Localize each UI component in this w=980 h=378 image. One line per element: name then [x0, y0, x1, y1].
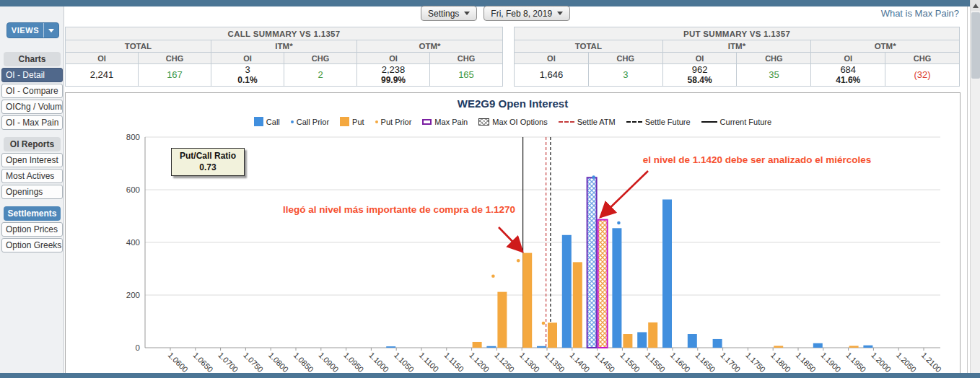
sidebar-item-oi-max-pain[interactable]: OI - Max Pain [1, 115, 63, 130]
call-summary-title: CALL SUMMARY VS 1.1357 [66, 27, 503, 40]
svg-text:0: 0 [136, 343, 140, 352]
svg-text:1.1650: 1.1650 [694, 351, 717, 372]
legend-item-max-pain: Max Pain [422, 118, 468, 126]
svg-text:1.1800: 1.1800 [769, 351, 792, 372]
svg-text:1.1850: 1.1850 [795, 351, 818, 372]
put-summary-pct-2: 58.4% [663, 76, 737, 86]
sidebar-sections: ChartsOI - DetailOI - CompareOIChg / Vol… [0, 45, 64, 254]
legend-swatch-settle-atm-icon [559, 121, 574, 123]
sidebar-item-most-actives[interactable]: Most Actives [1, 169, 63, 183]
call-bar-1.1650 [688, 334, 697, 348]
call-summary-value-0: 2,241 [90, 69, 114, 80]
vertical-scrollbar[interactable] [970, 0, 980, 378]
legend-label: Call [266, 118, 280, 126]
sidebar-item-oichg-volume[interactable]: OIChg / Volume [1, 100, 63, 114]
call-summary-col-3: CHG [284, 53, 357, 64]
legend-label: Put [352, 118, 364, 126]
svg-text:1.0700: 1.0700 [216, 351, 240, 372]
oi-chart-plot[interactable]: 02004006008001.06001.06501.07001.07501.0… [66, 93, 960, 372]
svg-text:1.1250: 1.1250 [493, 351, 516, 372]
call-bar-1.1500 [612, 228, 621, 348]
content-right-edge [967, 6, 968, 373]
sidebar-item-openings[interactable]: Openings [1, 185, 63, 199]
put-bar-1.1450 [598, 220, 608, 348]
sidebar-item-option-prices[interactable]: Option Prices [1, 222, 63, 237]
svg-text:1.0800: 1.0800 [267, 351, 290, 372]
legend-item-settle-atm: Settle ATM [559, 118, 616, 126]
call-bar-1.1450 [587, 177, 597, 348]
put-summary-group-total: TOTAL [515, 40, 663, 53]
legend-item-put-prior: Put Prior [375, 118, 412, 126]
svg-text:1.1100: 1.1100 [418, 351, 441, 372]
svg-text:1.0950: 1.0950 [342, 351, 365, 372]
svg-text:1.1150: 1.1150 [442, 351, 465, 372]
legend-label: Current Future [720, 118, 772, 126]
call-summary-pct-4: 99.9% [357, 76, 429, 86]
svg-text:1.1350: 1.1350 [543, 351, 566, 372]
call-bar-1.1700 [713, 339, 722, 348]
put-summary-col-5: CHG [885, 53, 960, 64]
put-summary-group-otm: OTM* [811, 40, 960, 53]
svg-text:1.1200: 1.1200 [468, 351, 491, 372]
put-bar-1.1250 [497, 292, 507, 348]
legend-item-call: Call [254, 117, 280, 126]
put-summary-cell-2: 96258.4% [662, 64, 737, 87]
put-bar-1.1550 [648, 322, 657, 348]
legend-item-call-prior: Call Prior [291, 118, 329, 126]
svg-text:400: 400 [126, 238, 140, 247]
call-summary-table: CALL SUMMARY VS 1.1357TOTALITM*OTM*OICHG… [65, 27, 503, 87]
sidebar-item-oi-detail[interactable]: OI - Detail [1, 68, 63, 82]
put-call-ratio-value: 0.73 [180, 162, 236, 174]
annotation-text-1: el nivel de 1.1420 debe ser analizado el… [643, 154, 872, 165]
settings-dropdown[interactable]: Settings [421, 6, 477, 21]
bottom-bar [0, 373, 980, 378]
call-summary-cell-1: 167 [139, 64, 211, 87]
put-summary-table: PUT SUMMARY VS 1.1357TOTALITM*OTM*OICHGO… [514, 27, 960, 87]
legend-item-max-oi-options: Max OI Options [478, 118, 547, 126]
max-pain-help-link[interactable]: What is Max Pain? [881, 8, 959, 19]
put-bar-1.1800 [774, 346, 783, 348]
sidebar-item-oi-compare[interactable]: OI - Compare [1, 84, 63, 98]
sidebar-section-header-settlements[interactable]: Settlements [4, 206, 61, 221]
legend-label: Put Prior [381, 118, 412, 126]
app-root: Settings Fri, Feb 8, 2019 What is Max Pa… [0, 0, 980, 378]
put-bar-1.1200 [473, 342, 482, 348]
svg-text:1.1500: 1.1500 [618, 351, 642, 372]
call-summary-value-1: 167 [167, 69, 183, 80]
svg-text:1.1050: 1.1050 [393, 351, 416, 372]
put-summary-col-4: OI [811, 53, 885, 64]
sidebar-item-open-interest[interactable]: Open Interest [1, 153, 63, 167]
svg-text:1.0750: 1.0750 [242, 351, 265, 372]
call-bar-1.1250 [486, 346, 496, 348]
date-dropdown[interactable]: Fri, Feb 8, 2019 [484, 6, 570, 21]
views-dropdown-arrow[interactable] [43, 23, 58, 38]
put-summary-col-3: CHG [737, 53, 811, 64]
call-summary-col-1: CHG [139, 53, 211, 64]
put-bar-1.1500 [623, 334, 632, 348]
put-summary-value-5: (32) [914, 69, 931, 80]
call-summary-group-otm: OTM* [357, 40, 503, 53]
chevron-down-icon [48, 29, 54, 32]
svg-text:1.1900: 1.1900 [819, 351, 842, 372]
put-prior-dot-1.1250 [491, 274, 495, 278]
svg-text:1.1750: 1.1750 [744, 351, 767, 372]
scrollbar-up-button[interactable] [971, 0, 980, 11]
views-button[interactable]: VIEWS [6, 22, 59, 38]
put-summary-cell-5: (32) [885, 64, 960, 87]
settings-dropdown-label: Settings [428, 9, 459, 19]
annotation-text-0: llegó al nivel más importante de compra … [283, 204, 515, 215]
call-summary-cell-5: 165 [430, 64, 503, 87]
sidebar-item-option-greeks[interactable]: Option Greeks [1, 238, 63, 252]
svg-text:1.2050: 1.2050 [895, 351, 918, 372]
scrollbar-thumb[interactable] [971, 12, 980, 79]
annotation-arrow-0 [499, 227, 522, 252]
call-prior-dot-1.1450 [592, 175, 595, 179]
call-summary-cell-0: 2,241 [66, 64, 139, 87]
put-call-ratio-box: Put/Call Ratio 0.73 [171, 148, 245, 176]
sidebar: VIEWS ChartsOI - DetailOI - CompareOIChg… [0, 6, 64, 373]
legend-label: Settle Future [645, 118, 691, 126]
legend-item-current-future: Current Future [701, 118, 772, 126]
put-prior-dot-1.1350 [542, 322, 546, 325]
call-bar-1.1050 [386, 346, 395, 348]
chevron-down-icon [557, 12, 563, 15]
